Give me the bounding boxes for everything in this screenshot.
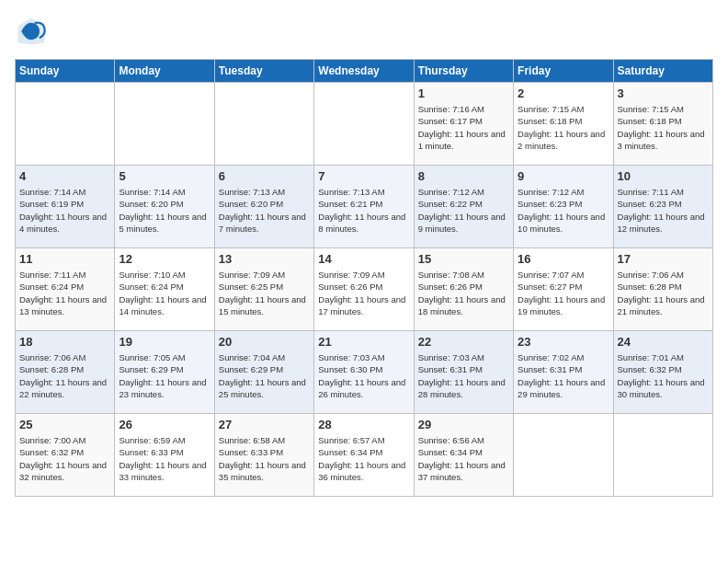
calendar-cell: 24Sunrise: 7:01 AM Sunset: 6:32 PM Dayli… (613, 331, 712, 414)
day-number: 20 (219, 335, 310, 349)
day-number: 23 (518, 335, 609, 349)
day-info: Sunrise: 6:57 AM Sunset: 6:34 PM Dayligh… (318, 434, 409, 483)
calendar-cell (314, 83, 414, 166)
calendar-cell: 8Sunrise: 7:12 AM Sunset: 6:22 PM Daylig… (414, 166, 513, 248)
day-number: 10 (618, 169, 709, 183)
calendar-cell: 22Sunrise: 7:03 AM Sunset: 6:31 PM Dayli… (414, 331, 513, 414)
day-info: Sunrise: 7:15 AM Sunset: 6:18 PM Dayligh… (518, 103, 609, 152)
calendar-cell: 13Sunrise: 7:09 AM Sunset: 6:25 PM Dayli… (214, 248, 313, 331)
calendar-cell: 9Sunrise: 7:12 AM Sunset: 6:23 PM Daylig… (514, 166, 613, 248)
calendar-cell: 18Sunrise: 7:06 AM Sunset: 6:28 PM Dayli… (16, 331, 115, 414)
calendar-header: SundayMondayTuesdayWednesdayThursdayFrid… (16, 60, 713, 83)
calendar-body: 1Sunrise: 7:16 AM Sunset: 6:17 PM Daylig… (16, 83, 713, 497)
calendar-cell: 29Sunrise: 6:56 AM Sunset: 6:34 PM Dayli… (414, 414, 513, 497)
day-number: 6 (219, 169, 310, 183)
calendar-cell: 27Sunrise: 6:58 AM Sunset: 6:33 PM Dayli… (214, 414, 313, 497)
calendar-cell: 5Sunrise: 7:14 AM Sunset: 6:20 PM Daylig… (115, 166, 214, 248)
week-row-4: 25Sunrise: 7:00 AM Sunset: 6:32 PM Dayli… (16, 414, 713, 497)
day-number: 22 (418, 335, 509, 349)
calendar-cell: 6Sunrise: 7:13 AM Sunset: 6:20 PM Daylig… (214, 166, 313, 248)
day-info: Sunrise: 7:05 AM Sunset: 6:29 PM Dayligh… (119, 351, 210, 400)
day-number: 17 (618, 252, 709, 266)
day-info: Sunrise: 7:11 AM Sunset: 6:23 PM Dayligh… (618, 186, 709, 235)
day-info: Sunrise: 7:14 AM Sunset: 6:19 PM Dayligh… (19, 186, 110, 235)
calendar-cell: 12Sunrise: 7:10 AM Sunset: 6:24 PM Dayli… (115, 248, 214, 331)
day-number: 25 (19, 418, 110, 431)
calendar-table: SundayMondayTuesdayWednesdayThursdayFrid… (15, 59, 713, 497)
calendar-cell: 3Sunrise: 7:15 AM Sunset: 6:18 PM Daylig… (613, 83, 712, 166)
day-info: Sunrise: 7:03 AM Sunset: 6:31 PM Dayligh… (418, 351, 509, 400)
weekday-header-sunday: Sunday (16, 60, 115, 83)
day-number: 13 (219, 252, 310, 266)
day-number: 12 (119, 252, 210, 266)
weekday-header-monday: Monday (115, 60, 214, 83)
weekday-header-wednesday: Wednesday (314, 60, 414, 83)
calendar-cell: 16Sunrise: 7:07 AM Sunset: 6:27 PM Dayli… (514, 248, 613, 331)
calendar-cell: 11Sunrise: 7:11 AM Sunset: 6:24 PM Dayli… (16, 248, 115, 331)
day-info: Sunrise: 7:12 AM Sunset: 6:23 PM Dayligh… (518, 186, 609, 235)
day-number: 3 (618, 86, 709, 100)
day-info: Sunrise: 7:16 AM Sunset: 6:17 PM Dayligh… (418, 103, 509, 152)
day-info: Sunrise: 7:09 AM Sunset: 6:26 PM Dayligh… (318, 269, 409, 317)
day-info: Sunrise: 7:06 AM Sunset: 6:28 PM Dayligh… (19, 351, 110, 400)
day-info: Sunrise: 7:08 AM Sunset: 6:26 PM Dayligh… (418, 269, 509, 317)
day-number: 18 (19, 335, 110, 349)
calendar-cell: 25Sunrise: 7:00 AM Sunset: 6:32 PM Dayli… (16, 414, 115, 497)
day-info: Sunrise: 7:14 AM Sunset: 6:20 PM Dayligh… (119, 186, 210, 235)
day-info: Sunrise: 7:07 AM Sunset: 6:27 PM Dayligh… (518, 269, 609, 317)
day-number: 29 (418, 418, 509, 431)
weekday-header-saturday: Saturday (613, 60, 712, 83)
day-info: Sunrise: 7:03 AM Sunset: 6:30 PM Dayligh… (318, 351, 409, 400)
day-number: 16 (518, 252, 609, 266)
weekday-header-tuesday: Tuesday (214, 60, 313, 83)
page-header (15, 15, 713, 48)
day-info: Sunrise: 6:58 AM Sunset: 6:33 PM Dayligh… (219, 434, 310, 483)
day-info: Sunrise: 7:12 AM Sunset: 6:22 PM Dayligh… (418, 186, 509, 235)
calendar-cell: 2Sunrise: 7:15 AM Sunset: 6:18 PM Daylig… (514, 83, 613, 166)
day-number: 19 (119, 335, 210, 349)
week-row-0: 1Sunrise: 7:16 AM Sunset: 6:17 PM Daylig… (16, 83, 713, 166)
day-info: Sunrise: 7:11 AM Sunset: 6:24 PM Dayligh… (19, 269, 110, 317)
calendar-cell: 15Sunrise: 7:08 AM Sunset: 6:26 PM Dayli… (414, 248, 513, 331)
weekday-header-thursday: Thursday (414, 60, 513, 83)
day-info: Sunrise: 6:59 AM Sunset: 6:33 PM Dayligh… (119, 434, 210, 483)
day-info: Sunrise: 7:09 AM Sunset: 6:25 PM Dayligh… (219, 269, 310, 317)
day-number: 1 (418, 86, 509, 100)
day-number: 5 (119, 169, 210, 183)
day-info: Sunrise: 6:56 AM Sunset: 6:34 PM Dayligh… (418, 434, 509, 483)
day-number: 15 (418, 252, 509, 266)
day-info: Sunrise: 7:13 AM Sunset: 6:20 PM Dayligh… (219, 186, 310, 235)
day-info: Sunrise: 7:04 AM Sunset: 6:29 PM Dayligh… (219, 351, 310, 400)
calendar-cell (514, 414, 613, 497)
week-row-2: 11Sunrise: 7:11 AM Sunset: 6:24 PM Dayli… (16, 248, 713, 331)
calendar-cell: 1Sunrise: 7:16 AM Sunset: 6:17 PM Daylig… (414, 83, 513, 166)
day-info: Sunrise: 7:13 AM Sunset: 6:21 PM Dayligh… (318, 186, 409, 235)
day-info: Sunrise: 7:06 AM Sunset: 6:28 PM Dayligh… (618, 269, 709, 317)
day-info: Sunrise: 7:01 AM Sunset: 6:32 PM Dayligh… (618, 351, 709, 400)
calendar-cell: 7Sunrise: 7:13 AM Sunset: 6:21 PM Daylig… (314, 166, 414, 248)
day-number: 9 (518, 169, 609, 183)
day-number: 24 (618, 335, 709, 349)
day-info: Sunrise: 7:02 AM Sunset: 6:31 PM Dayligh… (518, 351, 609, 400)
day-number: 7 (318, 169, 409, 183)
calendar-cell: 23Sunrise: 7:02 AM Sunset: 6:31 PM Dayli… (514, 331, 613, 414)
day-number: 2 (518, 86, 609, 100)
calendar-cell: 20Sunrise: 7:04 AM Sunset: 6:29 PM Dayli… (214, 331, 313, 414)
calendar-cell: 28Sunrise: 6:57 AM Sunset: 6:34 PM Dayli… (314, 414, 414, 497)
day-number: 14 (318, 252, 409, 266)
day-number: 21 (318, 335, 409, 349)
calendar-cell (214, 83, 313, 166)
day-info: Sunrise: 7:10 AM Sunset: 6:24 PM Dayligh… (119, 269, 210, 317)
day-number: 27 (219, 418, 310, 431)
logo-icon (15, 15, 48, 48)
weekday-header-friday: Friday (514, 60, 613, 83)
day-info: Sunrise: 7:00 AM Sunset: 6:32 PM Dayligh… (19, 434, 110, 483)
day-number: 28 (318, 418, 409, 431)
day-number: 11 (19, 252, 110, 266)
day-number: 4 (19, 169, 110, 183)
logo (15, 15, 53, 48)
calendar-cell (16, 83, 115, 166)
calendar-cell: 4Sunrise: 7:14 AM Sunset: 6:19 PM Daylig… (16, 166, 115, 248)
calendar-cell: 17Sunrise: 7:06 AM Sunset: 6:28 PM Dayli… (613, 248, 712, 331)
day-number: 8 (418, 169, 509, 183)
